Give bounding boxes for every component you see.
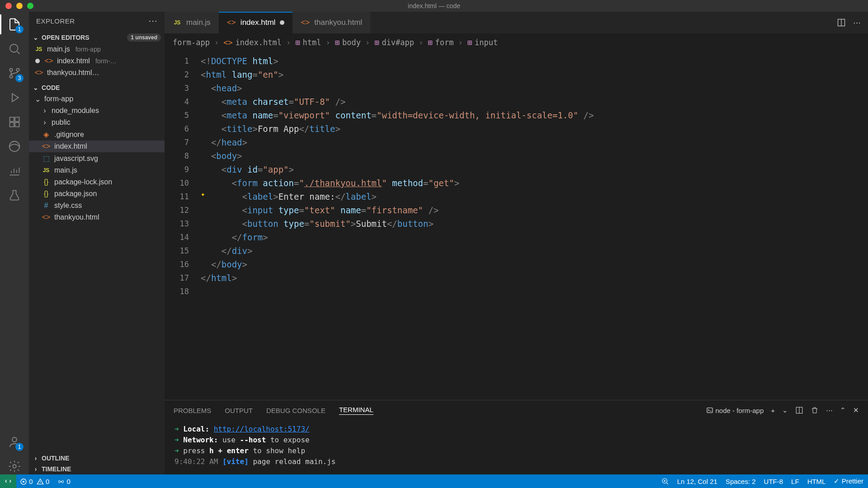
close-window-icon[interactable] bbox=[5, 3, 12, 9]
folder-row[interactable]: ⌄ form-app bbox=[29, 93, 165, 105]
file-row[interactable]: JS main.js bbox=[29, 164, 165, 176]
activity-extensions[interactable] bbox=[6, 114, 23, 130]
code-section[interactable]: ⌄ CODE bbox=[29, 82, 165, 93]
tab-thankyou-html[interactable]: <> thankyou.html bbox=[292, 12, 370, 33]
terminal-dropdown-icon[interactable]: ⌄ bbox=[782, 406, 788, 414]
status-errors[interactable]: 0 0 bbox=[20, 478, 49, 485]
json-file-icon: {} bbox=[42, 190, 51, 198]
outline-section[interactable]: › OUTLINE bbox=[29, 453, 165, 464]
open-editor-item[interactable]: <> thankyou.html… bbox=[29, 67, 165, 79]
panel-tab-terminal[interactable]: TERMINAL bbox=[339, 406, 373, 415]
window-title: index.html — code bbox=[408, 2, 460, 9]
activity-settings[interactable] bbox=[6, 458, 23, 474]
tab-index-html[interactable]: <> index.html bbox=[219, 12, 292, 33]
svg-point-1 bbox=[9, 68, 12, 71]
chevron-down-icon: ⌄ bbox=[33, 34, 39, 41]
search-icon bbox=[8, 42, 21, 56]
status-prettier[interactable]: ✓ Prettier bbox=[834, 477, 863, 485]
activity-explorer[interactable]: 1 bbox=[6, 16, 23, 33]
svg-rect-6 bbox=[10, 122, 14, 127]
lightbulb-icon[interactable]: ✦ bbox=[201, 190, 205, 198]
crumb-symbol[interactable]: ⊞html bbox=[295, 38, 321, 47]
status-spaces[interactable]: Spaces: 2 bbox=[726, 478, 756, 485]
tab-main-js[interactable]: JS main.js bbox=[165, 12, 219, 33]
svg-point-10 bbox=[13, 465, 16, 468]
activity-bar: 1 3 1 bbox=[0, 12, 29, 474]
panel-tab-output[interactable]: OUTPUT bbox=[225, 407, 253, 414]
open-editor-item[interactable]: <> index.html form-… bbox=[29, 55, 165, 67]
status-encoding[interactable]: UTF-8 bbox=[764, 478, 783, 485]
open-editors-section[interactable]: ⌄ OPEN EDITORS 1 unsaved bbox=[29, 32, 165, 43]
file-row[interactable]: ◈ .gitignore bbox=[29, 128, 165, 141]
crumb-symbol[interactable]: ⊞body bbox=[335, 38, 361, 47]
titlebar: index.html — code bbox=[0, 0, 868, 12]
js-file-icon: JS bbox=[34, 46, 43, 52]
minimize-window-icon[interactable] bbox=[16, 3, 23, 9]
terminal-icon bbox=[706, 407, 713, 414]
terminal-shell-label[interactable]: node - form-app bbox=[706, 407, 764, 414]
new-terminal-icon[interactable]: + bbox=[771, 407, 775, 414]
crumb-symbol[interactable]: ⊞div#app bbox=[374, 38, 414, 47]
svg-rect-4 bbox=[10, 117, 14, 122]
status-cursor[interactable]: Ln 12, Col 21 bbox=[677, 478, 717, 485]
crumb-symbol[interactable]: ⊞form bbox=[428, 38, 453, 47]
more-actions-icon[interactable]: ⋯ bbox=[853, 18, 861, 28]
explorer-more-icon[interactable]: ⋯ bbox=[148, 16, 158, 25]
maximize-panel-icon[interactable]: ⌃ bbox=[840, 406, 846, 414]
explorer-sidebar: EXPLORER ⋯ ⌄ OPEN EDITORS 1 unsaved JS m… bbox=[29, 12, 165, 474]
code-editor[interactable]: 123456789101112131415161718 ✦ <!DOCTYPE … bbox=[165, 52, 868, 400]
explorer-title: EXPLORER bbox=[36, 17, 75, 25]
activity-edge[interactable] bbox=[6, 138, 23, 155]
svg-point-15 bbox=[61, 481, 62, 482]
more-icon[interactable]: ⋯ bbox=[826, 406, 833, 414]
crumb-file[interactable]: <>index.html bbox=[223, 38, 282, 47]
activity-tools[interactable] bbox=[6, 187, 23, 203]
gear-icon bbox=[8, 460, 21, 473]
json-file-icon: {} bbox=[42, 178, 51, 186]
maximize-window-icon[interactable] bbox=[27, 3, 33, 9]
status-language[interactable]: HTML bbox=[807, 478, 826, 485]
file-row[interactable]: ⬚ javascript.svg bbox=[29, 152, 165, 164]
split-editor-icon[interactable] bbox=[837, 18, 846, 27]
breadcrumb[interactable]: form-app› <>index.html› ⊞html› ⊞body› ⊞d… bbox=[165, 33, 868, 52]
html-file-icon: <> bbox=[227, 18, 236, 27]
crumb-folder[interactable]: form-app bbox=[173, 38, 210, 47]
remote-indicator[interactable] bbox=[0, 474, 16, 488]
activity-account[interactable]: 1 bbox=[6, 434, 23, 450]
svg-point-3 bbox=[16, 68, 19, 71]
folder-row[interactable]: › public bbox=[29, 117, 165, 128]
html-file-icon: <> bbox=[42, 213, 51, 221]
activity-scm[interactable]: 3 bbox=[6, 65, 23, 81]
chart-icon bbox=[8, 164, 21, 177]
file-row[interactable]: {} package.json bbox=[29, 188, 165, 200]
zoom-icon[interactable] bbox=[661, 477, 669, 485]
terminal-output[interactable]: ➜ Local: http://localhost:5173/ ➜ Networ… bbox=[165, 420, 868, 474]
svg-point-0 bbox=[10, 44, 18, 52]
code-content[interactable]: <!DOCTYPE html> <html lang="en"> <head> … bbox=[197, 52, 868, 400]
activity-search[interactable] bbox=[6, 41, 23, 57]
panel-tab-problems[interactable]: PROBLEMS bbox=[174, 407, 211, 414]
panel-tab-debug[interactable]: DEBUG CONSOLE bbox=[266, 407, 326, 414]
chevron-down-icon: ⌄ bbox=[34, 96, 41, 102]
timeline-section[interactable]: › TIMELINE bbox=[29, 464, 165, 474]
activity-chart[interactable] bbox=[6, 163, 23, 179]
chevron-right-icon: › bbox=[33, 466, 39, 472]
open-editor-item[interactable]: JS main.js form-app bbox=[29, 43, 165, 55]
html-file-icon: <> bbox=[42, 142, 51, 150]
file-row[interactable]: <> index.html bbox=[29, 141, 165, 152]
extensions-icon bbox=[8, 116, 21, 128]
remote-icon bbox=[5, 478, 12, 485]
folder-row[interactable]: › node_modules bbox=[29, 105, 165, 117]
file-row[interactable]: <> thankyou.html bbox=[29, 211, 165, 223]
status-ports[interactable]: 0 bbox=[57, 478, 71, 485]
crumb-symbol[interactable]: ⊞input bbox=[467, 38, 498, 47]
file-row[interactable]: {} package-lock.json bbox=[29, 176, 165, 188]
status-eol[interactable]: LF bbox=[791, 478, 799, 485]
file-row[interactable]: # style.css bbox=[29, 200, 165, 211]
window-controls bbox=[5, 3, 33, 9]
split-terminal-icon[interactable] bbox=[795, 406, 803, 414]
activity-run[interactable] bbox=[6, 89, 23, 106]
js-file-icon: JS bbox=[42, 167, 51, 174]
close-panel-icon[interactable]: ✕ bbox=[853, 406, 859, 414]
trash-icon[interactable] bbox=[811, 406, 819, 414]
